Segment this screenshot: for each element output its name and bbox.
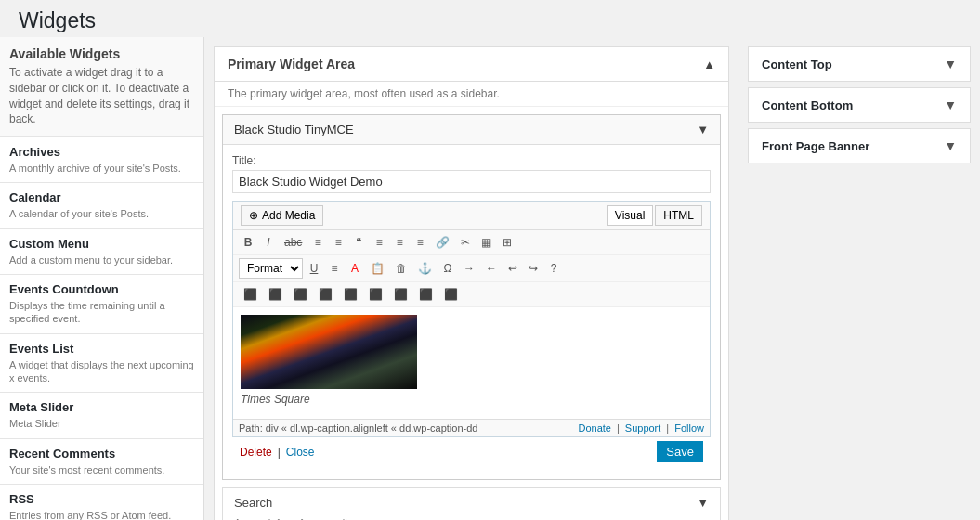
widget-item-desc: A monthly archive of your site's Posts. (9, 162, 194, 175)
widget-item-title: Meta Slider (9, 400, 194, 414)
tinymce-footer: Path: div « dl.wp-caption.alignleft « dd… (233, 419, 710, 436)
primary-widget-area: Primary Widget Area ▲ The primary widget… (214, 46, 729, 520)
donate-link[interactable]: Donate (578, 422, 610, 434)
follow-link[interactable]: Follow (674, 422, 704, 434)
widget-item-desc: Meta Slider (9, 417, 194, 430)
undo-btn[interactable]: ↩ (503, 259, 522, 278)
col-before-btn[interactable]: ⬛ (339, 285, 362, 304)
path-info: Path: div « dl.wp-caption.alignleft « dd… (239, 422, 477, 434)
toolbar-row-2: Format U ≡ A 📋 🗑 ⚓ Ω → ← (233, 255, 710, 282)
widget-item-title: Custom Menu (9, 237, 194, 251)
widget-item-rss[interactable]: RSS Entries from any RSS or Atom feed. (0, 484, 203, 520)
outdent-btn[interactable]: ← (481, 259, 502, 278)
image-caption: Times Square (241, 393, 417, 406)
widget-item-title: Events List (9, 342, 194, 356)
row-before-btn[interactable]: ⬛ (264, 285, 287, 304)
paste-text-btn[interactable]: 📋 (366, 259, 389, 278)
italic-btn[interactable]: I (259, 233, 278, 252)
link-btn[interactable]: 🔗 (431, 233, 454, 252)
html-tab[interactable]: HTML (655, 205, 702, 226)
search-widget-title: Search (234, 496, 272, 510)
right-widget-header-front-page-banner[interactable]: Front Page Banner ▼ (749, 129, 970, 162)
anchor-btn[interactable]: ⚓ (413, 259, 437, 278)
right-widget-header-content-top[interactable]: Content Top ▼ (749, 47, 970, 81)
center-content: Primary Widget Area ▲ The primary widget… (204, 37, 738, 520)
align-center-btn[interactable]: ≡ (390, 233, 409, 252)
primary-widget-area-header[interactable]: Primary Widget Area ▲ (215, 47, 728, 82)
toolbar-row-3: ⬛ ⬛ ⬛ ⬛ ⬛ ⬛ ⬛ ⬛ ⬛ (233, 282, 710, 307)
align-right-btn[interactable]: ≡ (411, 233, 429, 252)
text-color-btn[interactable]: A (346, 259, 364, 278)
widget-item-title: Recent Comments (9, 447, 194, 461)
add-media-button[interactable]: ⊕ Add Media (241, 205, 323, 226)
indent-btn[interactable]: → (459, 259, 479, 278)
right-widget-title-content-top: Content Top (762, 58, 832, 72)
widget-item-desc: Displays the time remaining until a spec… (9, 299, 194, 326)
title-input[interactable] (232, 170, 711, 193)
right-sidebar: Content Top ▼ Content Bottom ▼ Front Pag… (738, 37, 980, 520)
search-widget: Search ▼ A search form for your site. (222, 488, 721, 520)
help-btn[interactable]: ? (544, 259, 563, 278)
primary-widget-area-title: Primary Widget Area (228, 57, 355, 72)
widget-item-meta-slider[interactable]: Meta Slider Meta Slider (0, 392, 203, 437)
widget-item-desc: Add a custom menu to your sidebar. (9, 254, 194, 266)
black-studio-widget: Black Studio TinyMCE ▼ Title: (222, 114, 721, 480)
right-widget-title-front-page-banner: Front Page Banner (762, 139, 869, 153)
widget-item-custom-menu[interactable]: Custom Menu Add a custom menu to your si… (0, 228, 203, 274)
redo-btn[interactable]: ↪ (524, 259, 542, 278)
title-label: Title: (232, 154, 711, 167)
widget-item-recent-comments[interactable]: Recent Comments Your site's most recent … (0, 438, 203, 484)
black-studio-widget-chevron: ▼ (697, 123, 709, 136)
black-studio-widget-title: Black Studio TinyMCE (234, 123, 354, 136)
strikethrough-btn[interactable]: abc (280, 233, 307, 252)
right-widget-area-front-page-banner: Front Page Banner ▼ (748, 128, 971, 163)
blockquote-btn[interactable]: ❝ (349, 233, 368, 252)
special-char-btn[interactable]: Ω (438, 259, 457, 278)
toolbar-row-1: B I abc ≡ ≡ ❝ ≡ ≡ ≡ 🔗 ✂ (233, 230, 710, 255)
col-after-btn[interactable]: ⬛ (364, 285, 387, 304)
search-widget-header[interactable]: Search ▼ (223, 488, 720, 517)
widget-item-calendar[interactable]: Calendar A calendar of your site's Posts… (0, 182, 203, 228)
action-links: Delete | Close (240, 446, 315, 459)
title-row: Title: (232, 154, 711, 193)
right-widget-area-content-top: Content Top ▼ (748, 46, 971, 82)
del-col-btn[interactable]: ⬛ (389, 285, 412, 304)
unordered-list-btn[interactable]: ≡ (308, 233, 327, 252)
row-after-btn[interactable]: ⬛ (289, 285, 312, 304)
right-widget-header-content-bottom[interactable]: Content Bottom ▼ (749, 88, 970, 122)
delete-link[interactable]: Delete (240, 446, 272, 459)
visual-tab[interactable]: Visual (607, 205, 653, 226)
table-btn[interactable]: ⬛ (239, 285, 262, 304)
widget-item-desc: A calendar of your site's Posts. (9, 207, 194, 220)
unlink-btn[interactable]: ✂ (456, 233, 475, 252)
tinymce-top-bar: ⊕ Add Media Visual HTML (233, 202, 710, 230)
black-studio-widget-header[interactable]: Black Studio TinyMCE ▼ (223, 115, 720, 145)
tinymce-content-area[interactable]: Times Square (233, 307, 710, 419)
primary-widget-area-desc: The primary widget area, most often used… (215, 82, 728, 107)
insert-more-btn[interactable]: ▦ (477, 233, 496, 252)
merge-cell-btn[interactable]: ⬛ (439, 285, 463, 304)
widget-item-events-list[interactable]: Events List A widget that displays the n… (0, 333, 203, 393)
widget-item-archives[interactable]: Archives A monthly archive of your site'… (0, 136, 203, 182)
justify-btn[interactable]: ≡ (325, 259, 344, 278)
widget-item-events-countdown[interactable]: Events Countdown Displays the time remai… (0, 274, 203, 333)
split-cell-btn[interactable]: ⬛ (414, 285, 438, 304)
format-select[interactable]: Format (239, 258, 303, 279)
right-widget-chevron: ▼ (944, 57, 957, 72)
widget-item-desc: Entries from any RSS or Atom feed. (9, 509, 194, 520)
primary-widget-chevron: ▲ (703, 58, 715, 72)
remove-format-btn[interactable]: 🗑 (391, 259, 412, 278)
bold-btn[interactable]: B (239, 233, 257, 252)
support-link[interactable]: Support (625, 422, 661, 434)
underline-btn[interactable]: U (305, 259, 323, 278)
save-button[interactable]: Save (657, 441, 703, 462)
right-widget-chevron: ▼ (944, 98, 957, 112)
right-widget-chevron: ▼ (944, 138, 957, 153)
close-link[interactable]: Close (286, 446, 315, 459)
align-left-btn[interactable]: ≡ (370, 233, 388, 252)
del-row-btn[interactable]: ⬛ (314, 285, 337, 304)
toolbar-toggle-btn[interactable]: ⊞ (498, 233, 516, 252)
widget-item-title: Calendar (9, 190, 194, 204)
ordered-list-btn[interactable]: ≡ (329, 233, 347, 252)
page-title: Widgets (0, 0, 980, 37)
